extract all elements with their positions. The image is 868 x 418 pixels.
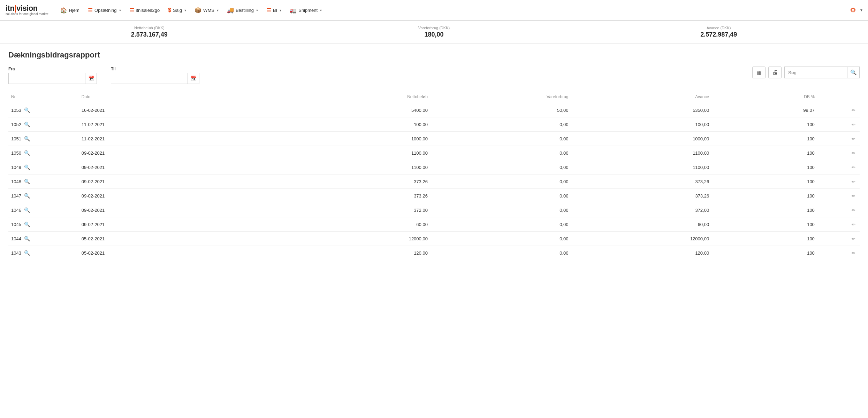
cell-netto: 12000,00	[219, 232, 430, 246]
calendar-icon-til: 📅	[191, 76, 197, 81]
cell-action: ✏	[817, 117, 860, 132]
nav-itnlsales2go[interactable]: ☰ itnlsales2go	[126, 5, 163, 16]
table-row: 1046 🔍 09-02-2021 372,00 0,00 372,00 100…	[8, 203, 860, 217]
nav-bestilling-label: Bestilling	[236, 8, 254, 13]
settings-button[interactable]: ⚙	[848, 5, 858, 16]
cell-avance: 120,00	[571, 246, 712, 260]
home-icon: 🏠	[60, 7, 67, 14]
table-row: 1050 🔍 09-02-2021 1100,00 0,00 1100,00 1…	[8, 146, 860, 160]
navbar-right: ⚙ ▾	[848, 5, 862, 16]
logo: itn|vision solutions for one global mark…	[6, 4, 48, 16]
row-detail-button[interactable]: 🔍	[23, 135, 31, 142]
search-input[interactable]	[784, 67, 847, 78]
filter-fra-label: Fra	[8, 67, 97, 71]
nav-hjem[interactable]: 🏠 Hjem	[57, 5, 83, 16]
cell-netto: 1100,00	[219, 146, 430, 160]
col-header-nr: Nr.	[8, 92, 79, 103]
summary-netto-value: 2.573.167,49	[131, 31, 168, 38]
row-edit-button[interactable]: ✏	[850, 178, 857, 185]
cell-vare: 50,00	[431, 103, 571, 117]
cell-action: ✏	[817, 203, 860, 217]
cell-dato: 09-02-2021	[79, 160, 220, 175]
summary-vare-value: 180,00	[424, 31, 443, 38]
cell-db: 100	[712, 175, 817, 189]
cell-dato: 05-02-2021	[79, 232, 220, 246]
nav-salg[interactable]: $ Salg ▾	[165, 5, 190, 15]
cell-netto: 373,26	[219, 189, 430, 203]
cell-db: 100	[712, 246, 817, 260]
nav-bi-label: BI	[273, 8, 277, 13]
menu-icon-bi: ☰	[266, 7, 271, 14]
row-edit-button[interactable]: ✏	[850, 136, 857, 142]
summary-vare-label: Vareforbrug (DKK)	[418, 26, 450, 30]
col-header-netto: Nettobeløb	[219, 92, 430, 103]
cell-nr: 1052 🔍	[8, 117, 79, 132]
cell-vare: 0,00	[431, 146, 571, 160]
menu-icon-opsaetning: ☰	[88, 7, 93, 14]
row-edit-button[interactable]: ✏	[850, 235, 857, 242]
search-button[interactable]: 🔍	[847, 67, 860, 78]
row-detail-button[interactable]: 🔍	[23, 192, 31, 199]
row-edit-button[interactable]: ✏	[850, 107, 857, 114]
row-edit-button[interactable]: ✏	[850, 207, 857, 214]
calendar-fra-button[interactable]: 📅	[85, 73, 97, 84]
row-detail-button[interactable]: 🔍	[23, 207, 31, 214]
table-row: 1043 🔍 05-02-2021 120,00 0,00 120,00 100…	[8, 246, 860, 260]
row-detail-button[interactable]: 🔍	[23, 164, 31, 171]
search-icon: 🔍	[850, 69, 857, 76]
summary-netto: Nettobeløb (DKK) 2.573.167,49	[7, 26, 292, 38]
row-detail-button[interactable]: 🔍	[23, 249, 31, 256]
row-edit-button[interactable]: ✏	[850, 250, 857, 256]
truck-icon: 🚚	[227, 7, 234, 14]
cell-netto: 120,00	[219, 246, 430, 260]
row-edit-button[interactable]: ✏	[850, 121, 857, 128]
cell-dato: 16-02-2021	[79, 103, 220, 117]
cell-avance: 372,00	[571, 203, 712, 217]
col-header-avance: Avance	[571, 92, 712, 103]
row-detail-button[interactable]: 🔍	[23, 149, 31, 156]
cell-netto: 373,26	[219, 175, 430, 189]
row-detail-button[interactable]: 🔍	[23, 235, 31, 242]
row-detail-button[interactable]: 🔍	[23, 121, 31, 128]
cell-netto: 5400,00	[219, 103, 430, 117]
filter-til-input[interactable]	[111, 73, 188, 84]
row-edit-button[interactable]: ✏	[850, 164, 857, 171]
cell-db: 99,07	[712, 103, 817, 117]
nav-bestilling[interactable]: 🚚 Bestilling ▾	[223, 5, 261, 16]
chevron-down-icon-shipment: ▾	[320, 8, 322, 12]
logo-text: itn|vision	[6, 4, 48, 13]
grid-view-button[interactable]: ▦	[752, 67, 766, 78]
row-detail-button[interactable]: 🔍	[23, 178, 31, 185]
cell-db: 100	[712, 160, 817, 175]
nav-opsaetning[interactable]: ☰ Opsætning ▾	[84, 5, 124, 16]
cell-vare: 0,00	[431, 203, 571, 217]
calendar-til-button[interactable]: 📅	[188, 73, 199, 84]
filter-fra-input[interactable]	[8, 73, 85, 84]
print-button[interactable]: 🖨	[768, 67, 782, 78]
cell-netto: 1000,00	[219, 132, 430, 146]
cell-nr: 1048 🔍	[8, 175, 79, 189]
table-row: 1048 🔍 09-02-2021 373,26 0,00 373,26 100…	[8, 175, 860, 189]
cell-action: ✏	[817, 189, 860, 203]
cell-netto: 60,00	[219, 217, 430, 232]
nav-wms[interactable]: 📦 WMS ▾	[191, 5, 222, 16]
cell-dato: 09-02-2021	[79, 175, 220, 189]
row-edit-button[interactable]: ✏	[850, 221, 857, 228]
logo-bar: |	[14, 4, 16, 13]
cell-nr: 1051 🔍	[8, 132, 79, 146]
row-edit-button[interactable]: ✏	[850, 150, 857, 156]
row-detail-button[interactable]: 🔍	[23, 221, 31, 228]
filter-til-input-wrap: 📅	[111, 73, 199, 84]
summary-avance-value: 2.572.987,49	[700, 31, 737, 38]
search-detail-icon: 🔍	[24, 222, 30, 227]
row-edit-button[interactable]: ✏	[850, 193, 857, 199]
main-content: Dækningsbidragsrapport Fra 📅 Til 📅	[0, 44, 868, 267]
cell-dato: 09-02-2021	[79, 203, 220, 217]
data-table: Nr. Dato Nettobeløb Vareforbrug Avance D…	[8, 92, 860, 260]
summary-vare: Vareforbrug (DKK) 180,00	[292, 26, 577, 38]
logo-subtitle: solutions for one global market	[6, 13, 48, 16]
nav-bi[interactable]: ☰ BI ▾	[263, 5, 285, 16]
cell-dato: 09-02-2021	[79, 189, 220, 203]
nav-shipment[interactable]: 🚛 Shipment ▾	[286, 5, 325, 16]
row-detail-button[interactable]: 🔍	[23, 107, 31, 114]
